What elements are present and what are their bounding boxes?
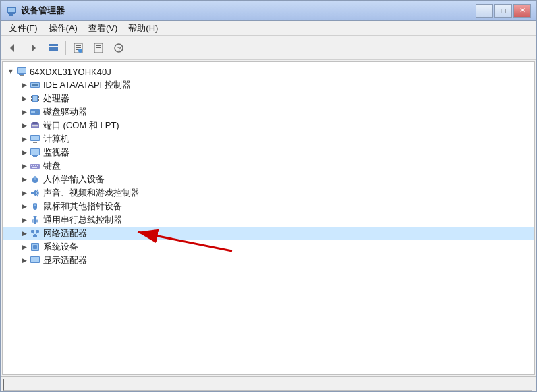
title-bar: 设备管理器 ─ □ ✕	[1, 1, 536, 21]
ide-icon	[30, 80, 40, 90]
tree-item-4[interactable]: ▶ 计算机	[3, 132, 534, 146]
label-8: 声音、视频和游戏控制器	[43, 187, 140, 199]
computer2-icon	[30, 134, 40, 144]
tree-item-2[interactable]: ▶ 磁盘驱动器	[3, 105, 534, 119]
svg-rect-37	[31, 111, 35, 113]
sound-icon	[30, 188, 40, 198]
svg-rect-39	[32, 122, 38, 124]
svg-rect-67	[32, 220, 34, 222]
svg-rect-1	[8, 8, 15, 12]
display-icon	[30, 255, 40, 266]
menu-file[interactable]: 文件(F)	[3, 21, 43, 36]
tree-item-12[interactable]: ▶ 系统设备	[3, 240, 534, 254]
menu-bar: 文件(F) 操作(A) 查看(V) 帮助(H)	[1, 21, 536, 36]
expander-7[interactable]: ▶	[19, 174, 30, 185]
root-expander[interactable]: ▼	[5, 66, 16, 77]
svg-point-42	[36, 125, 38, 127]
svg-rect-71	[33, 235, 37, 237]
help-button[interactable]: ?	[109, 39, 128, 57]
tree-item-1[interactable]: ▶ 处理器	[3, 92, 534, 105]
root-label: 64XDXL31YOHK40J	[30, 67, 111, 77]
expander-0[interactable]: ▶	[19, 80, 30, 90]
tree-area[interactable]: ▼ 64XDXL31YOHK40J ▶	[3, 62, 534, 374]
svg-rect-46	[33, 142, 37, 143]
label-3: 端口 (COM 和 LPT)	[43, 119, 119, 132]
svg-rect-31	[31, 99, 32, 101]
svg-rect-54	[35, 165, 36, 166]
svg-point-41	[34, 125, 36, 127]
svg-rect-55	[37, 165, 38, 166]
tree-root[interactable]: ▼ 64XDXL31YOHK40J	[3, 65, 534, 78]
forward-button[interactable]	[24, 39, 43, 57]
label-6: 键盘	[43, 160, 61, 172]
tree-item-7[interactable]: ▶ 人体学输入设备	[3, 173, 534, 186]
svg-rect-7	[49, 47, 58, 49]
refresh-icon	[93, 43, 104, 53]
svg-marker-66	[33, 216, 37, 218]
tree-item-11[interactable]: ▶ 网络适配器	[3, 227, 534, 240]
tree-item-13[interactable]: ▶ 显示适配器	[3, 254, 534, 267]
toolbar-separator-1	[65, 41, 66, 55]
title-buttons: ─ □ ✕	[476, 4, 531, 18]
expander-10[interactable]: ▶	[19, 215, 30, 225]
expander-9[interactable]: ▶	[19, 201, 30, 212]
svg-rect-24	[20, 75, 24, 76]
svg-rect-50	[32, 155, 38, 156]
tree-item-9[interactable]: ▶ 鼠标和其他指针设备	[3, 200, 534, 213]
tree-item-3[interactable]: ▶ 端口 (COM 和 LPT)	[3, 119, 534, 132]
maximize-button[interactable]: □	[494, 4, 512, 18]
svg-rect-6	[49, 44, 58, 46]
svg-rect-30	[31, 96, 32, 98]
tree-item-5[interactable]: ▶ 监视器	[3, 146, 534, 159]
svg-rect-56	[32, 167, 37, 168]
tree-item-0[interactable]: ▶ IDE ATA/ATAPI 控制器	[3, 78, 534, 92]
expander-13[interactable]: ▶	[19, 255, 30, 266]
tree-item-8[interactable]: ▶ 声音、视频和游戏控制器	[3, 186, 534, 200]
view-button[interactable]	[44, 39, 63, 57]
label-13: 显示适配器	[43, 254, 87, 267]
svg-line-72	[33, 233, 36, 235]
svg-text:i: i	[80, 49, 80, 53]
label-7: 人体学输入设备	[43, 173, 105, 186]
expander-3[interactable]: ▶	[19, 120, 30, 131]
expander-11[interactable]: ▶	[19, 228, 30, 239]
svg-rect-69	[31, 230, 34, 233]
toolbar: i ?	[1, 36, 536, 60]
monitor-icon	[30, 147, 40, 158]
expander-4[interactable]: ▶	[19, 134, 30, 144]
cpu-icon	[30, 93, 40, 104]
tree-item-6[interactable]: ▶ 键盘	[3, 159, 534, 173]
expander-6[interactable]: ▶	[19, 161, 30, 171]
label-0: IDE ATA/ATAPI 控制器	[43, 79, 131, 91]
mouse-icon	[30, 201, 40, 212]
expander-12[interactable]: ▶	[19, 242, 30, 252]
svg-rect-16	[96, 45, 101, 46]
svg-rect-8	[49, 49, 58, 51]
label-10: 通用串行总线控制器	[43, 214, 122, 226]
svg-rect-22	[19, 74, 24, 75]
svg-point-36	[36, 111, 38, 113]
svg-rect-53	[33, 165, 34, 166]
minimize-button[interactable]: ─	[476, 4, 493, 18]
svg-rect-78	[31, 257, 39, 262]
tree-item-10[interactable]: ▶ 通用串行总线控制器	[3, 213, 534, 227]
menu-action[interactable]: 操作(A)	[43, 21, 83, 36]
svg-marker-5	[32, 44, 36, 52]
keyboard-icon	[30, 161, 40, 171]
properties-button[interactable]: i	[69, 39, 88, 57]
expander-8[interactable]: ▶	[19, 188, 30, 198]
label-12: 系统设备	[43, 241, 78, 253]
device-manager-window: 设备管理器 ─ □ ✕ 文件(F) 操作(A) 查看(V) 帮助(H)	[0, 0, 537, 392]
svg-rect-48	[31, 149, 39, 155]
refresh-button[interactable]	[89, 39, 108, 57]
expander-5[interactable]: ▶	[19, 147, 30, 158]
svg-rect-21	[18, 68, 26, 73]
menu-view[interactable]: 查看(V)	[83, 21, 123, 36]
svg-marker-60	[31, 190, 36, 196]
back-button[interactable]	[3, 39, 22, 57]
close-button[interactable]: ✕	[513, 4, 531, 18]
status-bar	[1, 376, 536, 391]
expander-1[interactable]: ▶	[19, 93, 30, 104]
menu-help[interactable]: 帮助(H)	[123, 21, 163, 36]
expander-2[interactable]: ▶	[19, 107, 30, 117]
